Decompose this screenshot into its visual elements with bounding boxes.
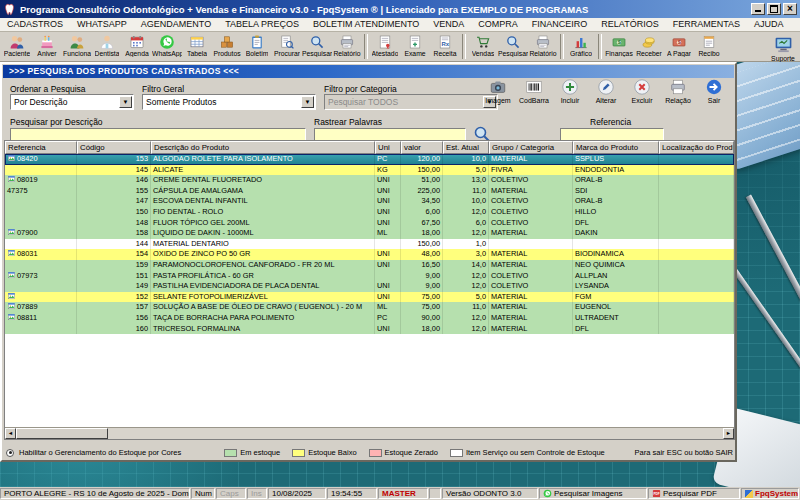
scroll-left-icon[interactable]: ◄ [5,428,16,439]
column-header-grupo-categoria[interactable]: Grupo / Categoria [489,141,573,154]
table-cell: KG [375,165,401,176]
toolbar-button-receita[interactable]: RxReceita [430,33,460,57]
order-filter-value: Por Descrição [14,97,67,107]
column-header-c-digo[interactable]: Código [77,141,151,154]
table-row[interactable]: 152SELANTE FOTOPOLIMERIZÁVELUNI75,005,0M… [5,292,734,303]
toolbar-button-relat-rio[interactable]: Relatório [528,33,558,57]
toolbar-button-receber[interactable]: Receber [634,33,664,57]
column-header-marca-do-produto[interactable]: Marca do Produto [573,141,659,154]
toolbar-button-pesquisar[interactable]: Pesquisar [302,33,332,57]
scrollbar-track[interactable] [108,428,723,439]
table-row[interactable]: 07889157SOLUÇÃO A BASE DE ÓLEO DE CRAVO … [5,302,734,313]
toolbar-button-dentista[interactable]: Dentista [92,33,122,57]
maximize-button[interactable] [767,3,781,15]
table-cell: EUGENOL [573,302,659,313]
alterar-button[interactable]: Alterar [589,78,623,104]
column-header-uni[interactable]: Uni [375,141,401,154]
toolbar-button-paciente[interactable]: Paciente [2,33,32,57]
column-header-descri-o-do-produto[interactable]: Descrição do Produto [151,141,375,154]
toolbar-button-relat-rio[interactable]: Relatório [332,33,362,57]
chevron-down-icon[interactable]: ▼ [301,96,314,108]
table-row[interactable]: 145ALICATEKG150,005,0FIVRAENDODONTIA [5,165,734,176]
toolbar-button-a-pagar[interactable]: $A Pagar [664,33,694,57]
rela-o-button[interactable]: Relação [661,78,695,104]
status-search-images[interactable]: Pesquisar Imagens [539,488,647,499]
order-filter-select[interactable]: Por Descrição ▼ [10,94,134,110]
scrollbar-thumb[interactable] [16,428,108,439]
table-row[interactable]: 144MATERIAL DENTARIO150,001,0 [5,239,734,250]
menu-item-tabela-pre-os[interactable]: TABELA PREÇOS [218,18,306,31]
table-cell: 12,0 [443,313,489,324]
toolbar-button-finan-as[interactable]: $Finanças [604,33,634,57]
menu-item-relat-rios[interactable]: RELATÓRIOS [594,18,665,31]
table-row[interactable]: 08420153ALGODAO ROLETE PARA ISOLAMENTOPC… [5,154,734,165]
table-row[interactable]: 08019146CREME DENTAL FLUORETADOUNI51,001… [5,175,734,186]
toolbar-button-suporte[interactable]: Suporte [768,33,798,62]
excluir-button[interactable]: Excluir [625,78,659,104]
toolbar-button-agenda[interactable]: Agenda [122,33,152,57]
table-cell: ALICATE [151,165,375,176]
toolbar-label: Pesquisar [498,50,528,57]
table-row[interactable]: 159PARAMONOCLOROFENOL CANFORADO - FR 20 … [5,260,734,271]
close-button[interactable] [783,3,797,15]
toolbar-button-vendas[interactable]: Vendas [468,33,498,57]
horizontal-scrollbar[interactable]: ◄ ► [5,427,734,439]
column-header-est-atual[interactable]: Est. Atual [443,141,489,154]
menu-item-ferramentas[interactable]: FERRAMENTAS [666,18,747,31]
menu-item-cadastros[interactable]: CADASTROS [0,18,70,31]
general-filter-select[interactable]: Somente Produtos ▼ [142,94,316,110]
table-cell: 3,0 [443,249,489,260]
stock-colors-radio[interactable] [6,449,14,457]
table-row[interactable]: 149PASTILHA EVIDENCIADORA DE PLACA DENTA… [5,281,734,292]
chevron-down-icon[interactable]: ▼ [119,96,132,108]
table-cell: DFL [573,324,659,335]
table-cell: 08811 [5,313,77,324]
table-row[interactable]: 47375155CÁPSULA DE AMALGAMAUNI225,0011,0… [5,186,734,197]
column-header-localiza-o-do-produto[interactable]: Localização do Produto [659,141,734,154]
toolbar-button-recibo[interactable]: Recibo [694,33,724,57]
menu-item-financeiro[interactable]: FINANCEIRO [525,18,595,31]
toolbar-button-gr-fico[interactable]: Gráfico [566,33,596,57]
table-row[interactable]: 150FIO DENTAL - ROLOUNI6,0012,0COLETIVOH… [5,207,734,218]
codbarra-button[interactable]: CodBarra [517,78,551,104]
status-date: 10/08/2025 [268,488,326,499]
toolbar-button-pesquisar[interactable]: Pesquisar [498,33,528,57]
window-title: Programa Consultório Odontológico + Vend… [20,4,747,15]
sair-button[interactable]: Sair [697,78,731,104]
table-row[interactable]: 160TRICRESOL FORMALINAUNI18,0012,0MATERI… [5,324,734,335]
table-row[interactable]: 07973151PASTA PROFILÁTICA - 60 GR9,0012,… [5,271,734,282]
column-header-referencia[interactable]: Referencia [5,141,77,154]
incluir-button[interactable]: Incluir [553,78,587,104]
minimize-button[interactable] [751,3,765,15]
menu-item-venda[interactable]: VENDA [426,18,471,31]
toolbar-button-atestado[interactable]: Atestado [370,33,400,57]
table-row[interactable]: 148FLUOR TÓPICO GEL 200MLUNI67,506,0COLE… [5,218,734,229]
table-row[interactable]: 08031154OXIDO DE ZINCO PO 50 GRUNI48,003… [5,249,734,260]
menu-item-compra[interactable]: COMPRA [471,18,525,31]
table-cell: FGM [573,292,659,303]
menu-item-boletim-atendimento[interactable]: BOLETIM ATENDIMENTO [306,18,426,31]
menu-item-agendamento[interactable]: AGENDAMENTO [134,18,218,31]
scroll-right-icon[interactable]: ► [723,428,734,439]
toolbar-button-produtos[interactable]: Produtos [212,33,242,57]
toolbar-button-whatsapp[interactable]: WhatsApp [152,33,182,57]
toolbar-button-aniver[interactable]: Aniver [32,33,62,57]
table-cell [659,165,734,176]
toolbar-button-boletim[interactable]: Boletim [242,33,272,57]
table-row[interactable]: 07900158LIQUIDO DE DAKIN - 1000MLML18,00… [5,228,734,239]
toolbar-button-funciona[interactable]: Funciona [62,33,92,57]
table-cell: MATERIAL [489,302,573,313]
column-header-valor[interactable]: valor [401,141,443,154]
table-cell: ULTRADENT [573,313,659,324]
table-row[interactable]: 147ESCOVA DENTAL INFANTILUNI34,5010,0COL… [5,196,734,207]
status-num-lock: Num [191,488,215,499]
table-row[interactable]: 08811156TAÇA DE BORRACHA PARA POLIMENTOP… [5,313,734,324]
status-search-pdf[interactable]: PDF Pesquisar PDF [648,488,740,499]
imagem-button[interactable]: Imagem [481,78,515,104]
table-header-row: ReferenciaCódigoDescrição do ProdutoUniv… [5,141,734,154]
toolbar-button-procurar[interactable]: Procurar [272,33,302,57]
menu-item-ajuda[interactable]: AJUDA [747,18,791,31]
toolbar-button-exame[interactable]: Exame [400,33,430,57]
toolbar-button-tabela[interactable]: Tabela [182,33,212,57]
menu-item-whatsapp[interactable]: WHATSAPP [70,18,134,31]
